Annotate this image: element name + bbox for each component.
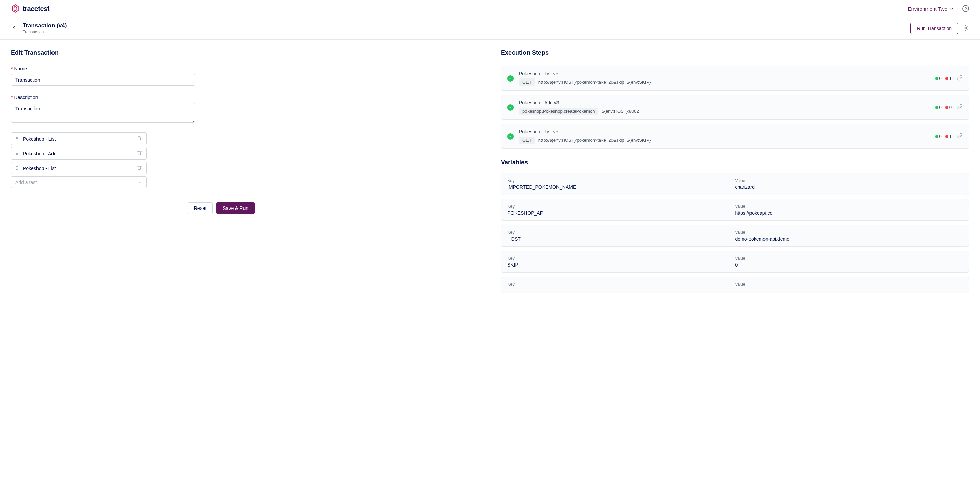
delete-test-button[interactable] — [137, 136, 142, 142]
fail-count: 1 — [945, 76, 952, 81]
variable-row: Key IMPORTED_POKEMON_NAME Value charizar… — [501, 173, 969, 195]
open-step-button[interactable] — [957, 104, 963, 110]
page-subheader: Transaction (v4) Transaction Run Transac… — [0, 18, 980, 40]
variable-value: 0 — [735, 262, 963, 268]
execution-step[interactable]: ✓ Pokeshop - Add v3 pokeshop.Pokeshop.cr… — [501, 95, 969, 120]
variable-key: HOST — [508, 236, 735, 242]
run-transaction-button[interactable]: Run Transaction — [910, 22, 958, 34]
delete-test-button[interactable] — [137, 165, 142, 171]
save-run-button[interactable]: Save & Run — [216, 203, 255, 214]
variable-key: POKESHOP_API — [508, 210, 735, 216]
description-label: *Description — [11, 94, 479, 100]
trash-icon — [137, 165, 142, 170]
trash-icon — [137, 136, 142, 141]
gear-icon — [962, 25, 969, 31]
chevron-down-icon — [137, 180, 142, 185]
variable-value: demo-pokemon-api.demo — [735, 236, 963, 242]
add-test-placeholder: Add a test — [15, 180, 37, 185]
page-title: Transaction (v4) — [22, 22, 67, 29]
variable-key: IMPORTED_POKEMON_NAME — [508, 184, 735, 190]
drag-handle-icon[interactable]: ⠿ — [15, 166, 18, 171]
test-list: ⠿ Pokeshop - List ⠿ Pokeshop - Add ⠿ Pok… — [11, 132, 146, 188]
test-item[interactable]: ⠿ Pokeshop - List — [11, 132, 146, 145]
brand-name: tracetest — [22, 5, 49, 13]
tracetest-icon — [11, 4, 20, 13]
help-icon[interactable]: ? — [962, 5, 969, 12]
execution-step[interactable]: ✓ Pokeshop - List v5 GET http://${env:HO… — [501, 66, 969, 91]
variable-value: charizard — [735, 184, 963, 190]
step-method: GET — [519, 137, 535, 144]
variable-value-label: Value — [735, 230, 963, 235]
reset-button[interactable]: Reset — [188, 203, 213, 214]
open-step-button[interactable] — [957, 133, 963, 140]
step-url: http://${env:HOST}/pokemon?take=20&skip=… — [538, 137, 651, 143]
step-title: Pokeshop - List v5 — [519, 129, 930, 134]
name-input[interactable] — [11, 74, 195, 86]
name-label: *Name — [11, 66, 479, 71]
chevron-down-icon — [949, 6, 954, 11]
variable-value-label: Value — [735, 178, 963, 183]
link-icon — [957, 133, 963, 139]
variable-key-label: Key — [508, 256, 735, 261]
variable-value-label: Value — [735, 204, 963, 209]
svg-point-0 — [965, 27, 967, 29]
add-test-select[interactable]: Add a test — [11, 176, 146, 188]
results-pane: Execution Steps ✓ Pokeshop - List v5 GET… — [490, 40, 980, 307]
variable-row: Key SKIP Value 0 — [501, 251, 969, 273]
drag-handle-icon[interactable]: ⠿ — [15, 151, 18, 156]
pass-count: 0 — [935, 105, 942, 110]
link-icon — [957, 75, 963, 81]
variables-section-title: Variables — [501, 159, 969, 166]
back-button[interactable] — [11, 25, 17, 32]
pass-count: 0 — [935, 76, 942, 81]
variable-key-label: Key — [508, 230, 735, 235]
execution-step[interactable]: ✓ Pokeshop - List v5 GET http://${env:HO… — [501, 124, 969, 149]
step-url: ${env:HOST}:8082 — [601, 108, 639, 114]
execution-section-title: Execution Steps — [501, 49, 969, 56]
variable-value-label: Value — [735, 256, 963, 261]
variable-row: Key Value — [501, 277, 969, 293]
status-success-icon: ✓ — [508, 134, 514, 140]
step-url: http://${env:HOST}/pokemon?take=20&skip=… — [538, 80, 651, 85]
variable-key-label: Key — [508, 204, 735, 209]
page-subtitle: Transaction — [22, 30, 67, 35]
environment-selector[interactable]: Environment Two — [908, 6, 954, 11]
test-item[interactable]: ⠿ Pokeshop - List — [11, 162, 146, 174]
test-item-name: Pokeshop - List — [23, 136, 137, 142]
variable-value: https://pokeapi.co — [735, 210, 963, 216]
variable-value-label: Value — [735, 282, 963, 287]
step-method: GET — [519, 78, 535, 86]
open-step-button[interactable] — [957, 75, 963, 81]
status-success-icon: ✓ — [508, 75, 514, 81]
step-method: pokeshop.Pokeshop.createPokemon — [519, 107, 598, 115]
main-content: Edit Transaction *Name *Description Tran… — [0, 40, 980, 307]
fail-count: 0 — [945, 105, 952, 110]
link-icon — [957, 104, 963, 110]
step-title: Pokeshop - List v5 — [519, 71, 930, 77]
edit-pane: Edit Transaction *Name *Description Tran… — [0, 40, 490, 307]
test-item-name: Pokeshop - Add — [23, 151, 137, 156]
description-input[interactable]: Transaction — [11, 103, 195, 123]
settings-button[interactable] — [962, 25, 969, 32]
test-item[interactable]: ⠿ Pokeshop - Add — [11, 147, 146, 160]
step-title: Pokeshop - Add v3 — [519, 100, 930, 105]
test-item-name: Pokeshop - List — [23, 166, 137, 171]
status-success-icon: ✓ — [508, 104, 514, 110]
variable-row: Key POKESHOP_API Value https://pokeapi.c… — [501, 199, 969, 221]
environment-label: Environment Two — [908, 6, 947, 11]
fail-count: 1 — [945, 134, 952, 139]
variable-key: SKIP — [508, 262, 735, 268]
edit-section-title: Edit Transaction — [11, 49, 479, 56]
drag-handle-icon[interactable]: ⠿ — [15, 136, 18, 142]
variable-key-label: Key — [508, 178, 735, 183]
chevron-left-icon — [11, 25, 17, 31]
trash-icon — [137, 150, 142, 156]
delete-test-button[interactable] — [137, 150, 142, 156]
pass-count: 0 — [935, 134, 942, 139]
brand-logo[interactable]: tracetest — [11, 4, 49, 13]
app-header: tracetest Environment Two ? — [0, 0, 980, 18]
variable-row: Key HOST Value demo-pokemon-api.demo — [501, 225, 969, 247]
variable-key-label: Key — [508, 282, 735, 287]
